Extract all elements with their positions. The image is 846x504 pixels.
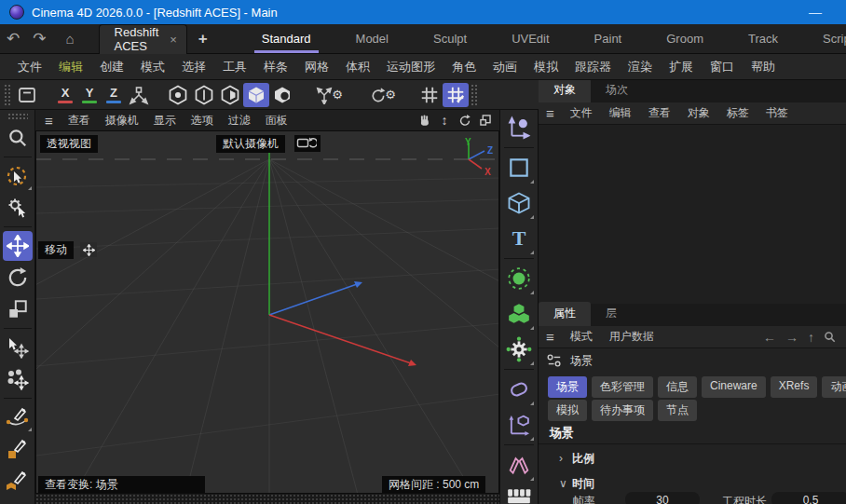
vp-menu-cameras[interactable]: 摄像机 bbox=[98, 113, 146, 129]
am-menu-userdata[interactable]: 用户数据 bbox=[601, 329, 662, 345]
snap-rotate-button[interactable]: ⚙ bbox=[362, 83, 403, 107]
tweak-tool-icon[interactable] bbox=[3, 193, 33, 223]
am-menu-mode[interactable]: 模式 bbox=[562, 329, 601, 345]
active-camera-label[interactable]: 默认摄像机 bbox=[216, 135, 285, 153]
orbit-rotate-icon[interactable] bbox=[455, 111, 475, 129]
toolbar-drag-handle[interactable] bbox=[471, 84, 477, 106]
fps-value-field[interactable]: 30 bbox=[625, 492, 700, 504]
symmetry-object-icon[interactable] bbox=[503, 448, 535, 482]
om-menu-bookmarks[interactable]: 书签 bbox=[757, 105, 797, 121]
points-mode-icon[interactable] bbox=[165, 83, 191, 107]
rectangle-spline-tool-icon[interactable] bbox=[3, 434, 33, 464]
section-color-management[interactable]: 色彩管理 bbox=[592, 376, 653, 398]
new-document-button[interactable]: + bbox=[198, 30, 208, 48]
volume-builder-icon[interactable] bbox=[503, 297, 535, 331]
cluster-move-tool-icon[interactable] bbox=[3, 364, 33, 394]
asset-box-icon[interactable] bbox=[14, 83, 40, 107]
group-scale[interactable]: › 比例 bbox=[539, 447, 846, 470]
menu-edit[interactable]: 编辑 bbox=[50, 59, 91, 75]
menu-render[interactable]: 渲染 bbox=[620, 59, 661, 75]
undo-icon[interactable]: ↶ bbox=[7, 31, 20, 47]
menu-extensions[interactable]: 扩展 bbox=[661, 59, 702, 75]
layout-tab-sculpt[interactable]: Sculpt bbox=[424, 25, 476, 53]
menu-animate[interactable]: 动画 bbox=[484, 59, 525, 75]
effector-gear-icon[interactable] bbox=[503, 333, 535, 366]
spline-pen-tool-icon[interactable] bbox=[3, 402, 33, 432]
lock-z-axis-button[interactable]: Z bbox=[102, 83, 126, 107]
section-todo[interactable]: 待办事项 bbox=[592, 400, 653, 421]
up-arrow-icon[interactable]: ↑ bbox=[808, 330, 814, 345]
zoom-tool-icon[interactable] bbox=[3, 123, 33, 153]
toolbar-drag-handle[interactable] bbox=[4, 84, 10, 106]
grid-toggle-icon[interactable] bbox=[416, 83, 443, 107]
gizmo-x-label[interactable]: X bbox=[484, 167, 491, 177]
menu-mesh[interactable]: 网格 bbox=[296, 59, 337, 75]
texture-mode-icon[interactable] bbox=[269, 83, 295, 107]
pan-hand-icon[interactable] bbox=[414, 111, 434, 129]
om-menu-file[interactable]: 文件 bbox=[562, 105, 601, 121]
menu-character[interactable]: 角色 bbox=[443, 59, 484, 75]
gizmo-z-label[interactable]: Z bbox=[487, 145, 493, 156]
camera-film-icon[interactable] bbox=[503, 484, 535, 504]
cube-primitive-icon[interactable] bbox=[503, 186, 535, 220]
om-menu-tags[interactable]: 标签 bbox=[718, 105, 757, 121]
layout-tab-paint[interactable]: Paint bbox=[585, 25, 632, 53]
coordinate-system-button[interactable]: ⚙ bbox=[308, 83, 349, 107]
spline-rectangle-icon[interactable] bbox=[503, 151, 535, 184]
vp-menu-view[interactable]: 查看 bbox=[61, 113, 98, 129]
menu-window[interactable]: 窗口 bbox=[702, 59, 743, 75]
menu-mograph[interactable]: 运动图形 bbox=[378, 59, 443, 75]
tab-layers[interactable]: 层 bbox=[591, 302, 632, 326]
tab-objects[interactable]: 对象 bbox=[539, 80, 591, 102]
quantize-grid-icon[interactable] bbox=[443, 83, 469, 107]
menu-file[interactable]: 文件 bbox=[9, 59, 50, 75]
vp-menu-options[interactable]: 选项 bbox=[184, 113, 221, 129]
duration-value-field[interactable]: 0.5 bbox=[771, 492, 846, 504]
menu-volume[interactable]: 体积 bbox=[337, 59, 378, 75]
model-mode-icon[interactable] bbox=[243, 83, 269, 107]
axis-gizmo[interactable]: Y Z X bbox=[454, 137, 497, 178]
section-scene[interactable]: 场景 bbox=[548, 376, 587, 398]
bend-deformer-icon[interactable] bbox=[503, 373, 535, 406]
back-arrow-icon[interactable]: ← bbox=[763, 330, 776, 345]
close-tab-icon[interactable]: × bbox=[170, 33, 177, 47]
section-simulation[interactable]: 模拟 bbox=[548, 400, 587, 421]
object-list[interactable] bbox=[539, 125, 846, 304]
maximize-view-icon[interactable] bbox=[475, 111, 496, 129]
menu-create[interactable]: 创建 bbox=[91, 59, 132, 75]
minimize-button[interactable]: — bbox=[809, 5, 822, 20]
layout-tab-uvedit[interactable]: UVEdit bbox=[502, 25, 558, 53]
tab-takes[interactable]: 场次 bbox=[591, 80, 643, 102]
hamburger-icon[interactable]: ≡ bbox=[45, 113, 53, 129]
viewport-canvas[interactable]: 透视视图 默认摄像机 Y Z X 移动 bbox=[35, 130, 499, 494]
edges-mode-icon[interactable] bbox=[191, 83, 217, 107]
layout-tab-standard[interactable]: Standard bbox=[252, 25, 321, 53]
current-element-row[interactable]: 场景 bbox=[539, 348, 846, 373]
om-menu-view[interactable]: 查看 bbox=[640, 105, 679, 121]
move-tool-icon[interactable] bbox=[3, 231, 33, 261]
section-nodes[interactable]: 节点 bbox=[658, 400, 697, 421]
pivot-axis-icon[interactable] bbox=[503, 111, 535, 144]
rotate-tool-icon[interactable] bbox=[3, 263, 33, 293]
view-type-label[interactable]: 透视视图 bbox=[40, 135, 98, 153]
polygons-mode-icon[interactable] bbox=[217, 83, 243, 107]
redo-icon[interactable]: ↷ bbox=[33, 31, 46, 47]
layout-tab-script[interactable]: Script bbox=[813, 25, 846, 53]
palette-drag-handle[interactable] bbox=[7, 113, 28, 120]
vp-menu-display[interactable]: 显示 bbox=[146, 113, 184, 129]
grid-spacing-field[interactable]: 网格间距 : 500 cm bbox=[382, 476, 485, 494]
live-selection-tool-icon[interactable] bbox=[3, 161, 33, 191]
tab-attributes[interactable]: 属性 bbox=[539, 302, 591, 326]
section-xrefs[interactable]: XRefs bbox=[771, 376, 818, 398]
camera-swap-icon[interactable] bbox=[294, 135, 321, 152]
om-menu-objects[interactable]: 对象 bbox=[679, 105, 718, 121]
forward-arrow-icon[interactable]: → bbox=[785, 330, 798, 345]
vp-menu-panel[interactable]: 面板 bbox=[258, 113, 295, 129]
scale-tool-icon[interactable] bbox=[3, 294, 33, 324]
menu-help[interactable]: 帮助 bbox=[743, 59, 784, 75]
vp-menu-filter[interactable]: 过滤 bbox=[221, 113, 258, 129]
dolly-zoom-icon[interactable]: ↕ bbox=[434, 111, 455, 129]
menu-tracker[interactable]: 跟踪器 bbox=[566, 59, 620, 75]
menu-select[interactable]: 选择 bbox=[173, 59, 214, 75]
document-tab[interactable]: Redshift ACES × bbox=[99, 24, 187, 54]
